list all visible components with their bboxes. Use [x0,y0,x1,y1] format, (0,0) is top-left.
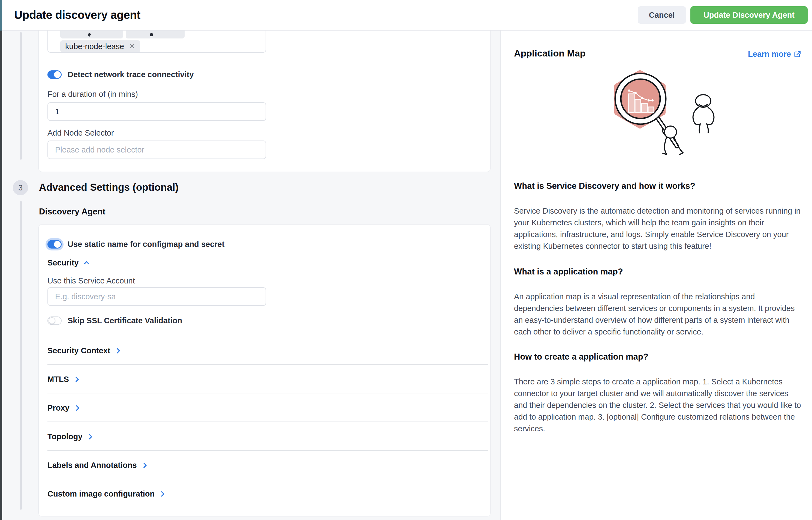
step-3-indicator: 3 [13,180,28,196]
discovery-agent-heading: Discovery Agent [39,207,106,217]
divider [48,364,488,365]
info-section: How to create a application map? There a… [514,352,804,435]
update-discovery-agent-page: Update discovery agent Cancel Update Dis… [0,0,812,520]
chevron-right-icon [141,462,148,469]
page-title: Update discovery agent [14,8,140,22]
info-body: There are 3 simple steps to create a app… [514,376,804,435]
learn-more-link[interactable]: Learn more [748,50,801,59]
person-figure-standing [693,95,714,133]
service-account-input[interactable] [48,287,266,306]
section-security-context[interactable]: Security Context [48,344,122,357]
info-section: What is a application map? An applicatio… [514,267,804,338]
remove-tag-icon[interactable]: ✕ [129,43,135,50]
stepper-line-upper [20,32,22,160]
detect-network-toggle-label: Detect network trace connectivity [67,70,194,79]
section-labels-annotations[interactable]: Labels and Annotations [48,459,148,471]
section-topology[interactable]: Topology [48,431,94,443]
chevron-right-icon [159,490,166,498]
info-heading: What is Service Discovery and how it wor… [514,181,804,191]
learn-more-label: Learn more [748,50,791,59]
panel-title: Application Map [514,48,586,59]
namespace-tag-label: kube-node-lease [65,42,124,51]
collapsed-sidebar-edge [0,0,2,520]
external-link-icon [794,50,801,58]
skip-ssl-toggle-row: Skip SSL Certificate Validation [48,316,182,325]
step-number: 3 [18,183,23,192]
duration-input[interactable] [48,102,266,121]
sidebar-edge-teal-segment [0,0,2,30]
stepper-line-lower [20,201,22,510]
info-body: Service Discovery is the automatic detec… [514,205,804,252]
security-section-toggle[interactable]: Security [48,258,90,267]
duration-label: For a duration of (in mins) [48,90,138,99]
static-name-toggle[interactable] [48,240,62,249]
section-custom-image-config[interactable]: Custom image configuration [48,488,166,500]
section-proxy[interactable]: Proxy [48,402,81,414]
update-discovery-agent-button[interactable]: Update Discovery Agent [691,6,808,24]
chevron-right-icon [74,404,81,412]
detect-network-toggle[interactable] [48,70,62,79]
divider [48,393,488,393]
info-body: An application map is a visual represent… [514,291,804,338]
page-header: Update discovery agent Cancel Update Dis… [2,0,812,30]
static-name-toggle-row: Use static name for configmap and secret [48,240,224,249]
info-section: What is Service Discovery and how it wor… [514,181,804,252]
chevron-up-icon [83,259,90,266]
skip-ssl-toggle-label: Skip SSL Certificate Validation [67,316,182,325]
divider [48,335,488,335]
info-heading: What is a application map? [514,267,804,277]
network-trace-card: kube-node-lease ✕ Detect network trace c… [38,16,490,172]
static-name-toggle-label: Use static name for configmap and secret [67,240,224,249]
node-selector-label: Add Node Selector [48,129,114,137]
divider [48,479,488,479]
chevron-right-icon [87,433,94,440]
detect-network-toggle-row: Detect network trace connectivity [48,70,194,79]
section-mtls[interactable]: MTLS [48,373,81,385]
header-actions: Cancel Update Discovery Agent [638,6,808,24]
application-map-panel: Application Map Learn more [500,30,812,520]
advanced-settings-card: Use static name for configmap and secret… [38,224,490,516]
application-map-illustration [607,67,725,157]
service-account-label: Use this Service Account [48,276,135,285]
divider [48,450,488,451]
divider [48,421,488,422]
node-selector-input[interactable] [48,140,266,159]
magnifier-chart-icon [615,73,666,124]
chevron-right-icon [73,376,81,383]
chevron-right-icon [114,347,122,355]
advanced-settings-heading: Advanced Settings (optional) [39,182,179,193]
info-heading: How to create a application map? [514,352,804,362]
cancel-button[interactable]: Cancel [638,6,686,24]
skip-ssl-toggle[interactable] [48,316,62,325]
security-section-label: Security [48,258,79,267]
namespace-tag: kube-node-lease ✕ [60,41,140,52]
